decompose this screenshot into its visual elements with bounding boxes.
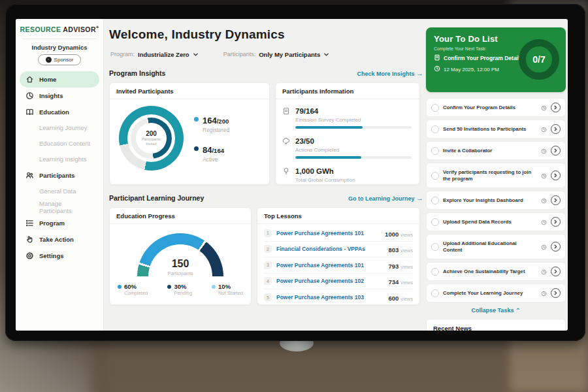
task-open-button[interactable]: [551, 171, 561, 180]
task-list: Confirm Your Program Details Send 50 Inv…: [426, 98, 566, 302]
task-open-button[interactable]: [551, 267, 561, 276]
list-icon: [25, 219, 34, 227]
program-dropdown[interactable]: Program: Industrialize Zero: [110, 48, 199, 60]
sidebar-item-education-content[interactable]: Education Content: [20, 136, 99, 152]
sponsor-badge[interactable]: Sponsor: [38, 54, 81, 65]
todo-next-task-label: Confirm Your Program Details: [444, 55, 523, 61]
task-open-button[interactable]: [551, 195, 561, 205]
sidebar-item-general-data[interactable]: General Data: [20, 184, 99, 199]
card-title: Top Lessons: [257, 208, 419, 224]
todo-progress-value: 0/7: [532, 54, 545, 65]
learning-cards-row: Education Progress 150 Participants: [109, 207, 423, 305]
education-progress-card: Education Progress 150 Participants: [109, 207, 252, 305]
task-checkbox[interactable]: [431, 289, 439, 297]
task-open-button[interactable]: [551, 146, 561, 155]
top-lessons-card: Top Lessons 1 Power Purchase Agreements …: [257, 207, 420, 305]
lesson-link[interactable]: Power Purchase Agreements 102: [276, 278, 384, 284]
active-total: /164: [212, 147, 224, 154]
sidebar-item-label: Take Action: [39, 236, 74, 243]
sidebar-item-participants[interactable]: Participants: [20, 167, 99, 184]
lesson-link[interactable]: Financial Considerations - VPPAs: [276, 246, 384, 252]
lesson-rank: 4: [264, 277, 272, 285]
lesson-rank: 5: [264, 293, 272, 301]
task-label: Send 50 Invitations to Participants: [443, 126, 537, 133]
monitor-bezel: RESOURCE ADVISOR+ Industry Dynamics Spon…: [5, 4, 585, 341]
task-row[interactable]: Upload Additional Educational Content: [426, 234, 566, 259]
insights-icon: [25, 91, 34, 100]
task-row[interactable]: Complete Your Learning Journey: [426, 284, 566, 302]
chevron-down-icon: [323, 48, 329, 60]
gauge-center-value: 150: [137, 259, 223, 269]
invited-participants-body: 200 Participants Invited: [110, 99, 269, 171]
book-icon: [25, 108, 34, 116]
task-row[interactable]: Confirm Your Program Details: [426, 98, 566, 117]
lesson-link[interactable]: Power Purchase Agreements 101: [276, 230, 380, 237]
task-checkbox[interactable]: [431, 243, 439, 251]
task-open-button[interactable]: [551, 124, 561, 134]
clock-icon: [541, 170, 547, 182]
donut-center-value: 200: [146, 130, 157, 137]
lesson-rank: 2: [264, 245, 272, 253]
task-open-button[interactable]: [551, 103, 561, 112]
legend-dot-not-started: [212, 285, 216, 289]
sidebar-item-settings[interactable]: Settings: [20, 248, 99, 264]
task-row[interactable]: Send 50 Invitations to Participants: [426, 120, 566, 139]
sidebar-item-label: General Data: [39, 188, 76, 195]
task-row[interactable]: Verify participants requesting to join t…: [426, 163, 566, 188]
collapse-tasks-link[interactable]: Collapse Tasks ⌃: [426, 307, 566, 314]
task-row[interactable]: Achieve One Sustainability Target: [426, 262, 566, 281]
legend-item-not-started: 10% Not Started: [212, 283, 243, 296]
gear-icon: [25, 252, 34, 260]
sidebar-item-learning-journey[interactable]: Learning Journey: [20, 120, 99, 136]
task-row[interactable]: Invite a Collaborator: [426, 141, 566, 160]
lesson-link[interactable]: Power Purchase Agreements 103: [276, 294, 384, 301]
clock-icon: [541, 266, 547, 278]
task-checkbox[interactable]: [431, 218, 439, 226]
views-suffix: views: [400, 248, 413, 253]
check-more-insights-link[interactable]: Check More Insights →: [357, 69, 423, 77]
task-checkbox[interactable]: [431, 125, 439, 133]
task-checkbox[interactable]: [431, 268, 439, 276]
education-progress-gauge-chart: 150 Participants: [137, 233, 223, 276]
stat-value: 79/164: [295, 107, 318, 115]
lesson-row: 2 Financial Considerations - VPPAs 803vi…: [264, 242, 413, 258]
task-row[interactable]: Explore Your Insights Dashboard: [426, 191, 566, 210]
stat-label: Total Global Consumption: [295, 177, 412, 183]
arrow-right-icon: →: [416, 194, 423, 202]
sidebar-item-education[interactable]: Education: [20, 104, 99, 120]
stat-value: 23/50: [295, 137, 314, 145]
app-logo: RESOURCE ADVISOR+: [16, 25, 103, 33]
sidebar-item-program[interactable]: Program: [20, 215, 99, 231]
task-open-button[interactable]: [551, 242, 561, 252]
legend-item-registered: 164/200 Registered: [194, 114, 229, 133]
task-checkbox[interactable]: [431, 147, 439, 155]
task-checkbox[interactable]: [431, 197, 439, 204]
legend-dot-pending: [167, 285, 171, 289]
task-open-button[interactable]: [551, 217, 561, 227]
task-label: Explore Your Insights Dashboard: [443, 197, 537, 204]
sidebar-item-label: Home: [39, 76, 56, 83]
progress-track: [295, 126, 412, 129]
task-row[interactable]: Upload Spend Data Records: [426, 212, 566, 231]
card-title: Participants Information: [276, 83, 419, 99]
top-lessons-list: 1 Power Purchase Agreements 101 1000view…: [257, 224, 419, 306]
lesson-link[interactable]: Power Purchase Agreements 101: [276, 262, 384, 269]
task-open-button[interactable]: [551, 288, 561, 298]
go-to-learning-journey-link[interactable]: Go to Learning Journey →: [348, 194, 423, 202]
sidebar-item-take-action[interactable]: Take Action: [20, 231, 99, 248]
sidebar-item-label: Education: [39, 108, 69, 116]
lesson-row: 4 Power Purchase Agreements 102 734views: [264, 274, 413, 290]
logo-plus: +: [96, 25, 99, 29]
learning-journey-title: Participant Learning Journey: [109, 194, 204, 202]
sidebar-item-insights[interactable]: Insights: [20, 88, 99, 104]
lesson-row: 1 Power Purchase Agreements 101 1000view…: [264, 225, 413, 242]
clock-icon: [541, 195, 547, 206]
task-checkbox[interactable]: [431, 172, 439, 180]
sidebar-item-learning-insights[interactable]: Learning Insights: [20, 152, 99, 167]
sidebar-item-manage-participants[interactable]: Manage Participants: [20, 199, 99, 215]
task-checkbox[interactable]: [431, 104, 439, 112]
collapse-tasks-text: Collapse Tasks: [472, 307, 514, 314]
sidebar-item-home[interactable]: Home: [20, 71, 99, 88]
participants-dropdown[interactable]: Participants: Only My Participants: [223, 48, 330, 60]
page-title: Welcome, Industry Dynamics: [109, 27, 423, 42]
